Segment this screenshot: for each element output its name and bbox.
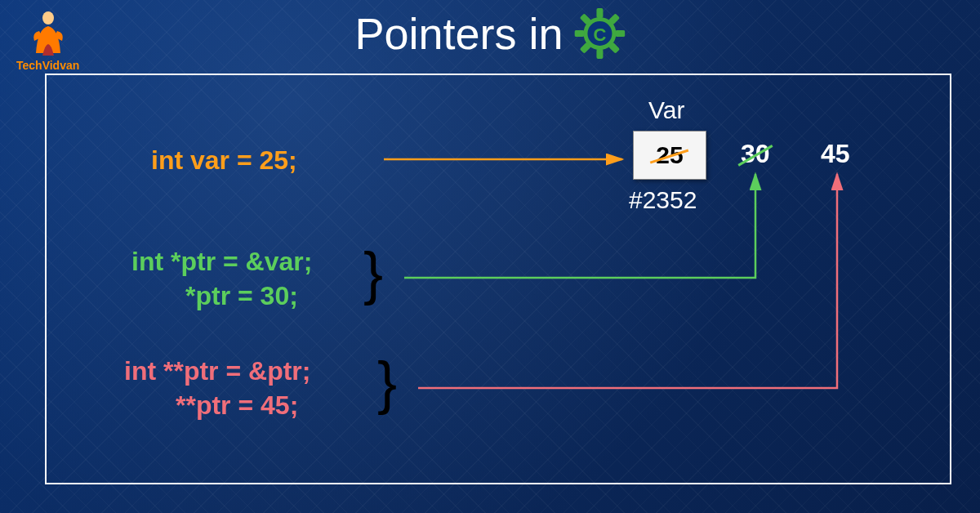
svg-rect-3	[597, 49, 604, 59]
var-box-value: 25	[656, 141, 683, 169]
var-label: Var	[648, 96, 684, 124]
code-ptr-decl: int *ptr = &var;	[131, 247, 312, 277]
title-text: Pointers in	[354, 8, 563, 59]
code-ptr-assign: *ptr = 30;	[185, 281, 298, 311]
var-address: #2352	[629, 186, 697, 214]
brand-name: TechVidvan	[16, 59, 79, 72]
code-declare-var: int var = 25;	[151, 145, 297, 176]
guru-icon	[28, 8, 69, 57]
svg-rect-4	[575, 30, 585, 37]
var-memory-box: 25	[633, 131, 706, 180]
brand-logo: TechVidvan	[16, 8, 79, 72]
value-45: 45	[821, 139, 850, 169]
code-pptr-decl: int **ptr = &ptr;	[124, 356, 310, 386]
svg-rect-5	[616, 30, 626, 37]
page-title: Pointers in C	[354, 8, 625, 59]
code-pptr-assign: **ptr = 45;	[176, 390, 298, 421]
value-30: 30	[741, 139, 770, 169]
svg-point-0	[42, 11, 54, 25]
brace-green-icon: }	[363, 243, 383, 302]
content-frame	[45, 74, 951, 484]
svg-text:C: C	[594, 25, 607, 45]
brace-salmon-icon: }	[377, 353, 397, 412]
c-gear-icon: C	[575, 8, 626, 59]
svg-rect-2	[597, 8, 604, 18]
